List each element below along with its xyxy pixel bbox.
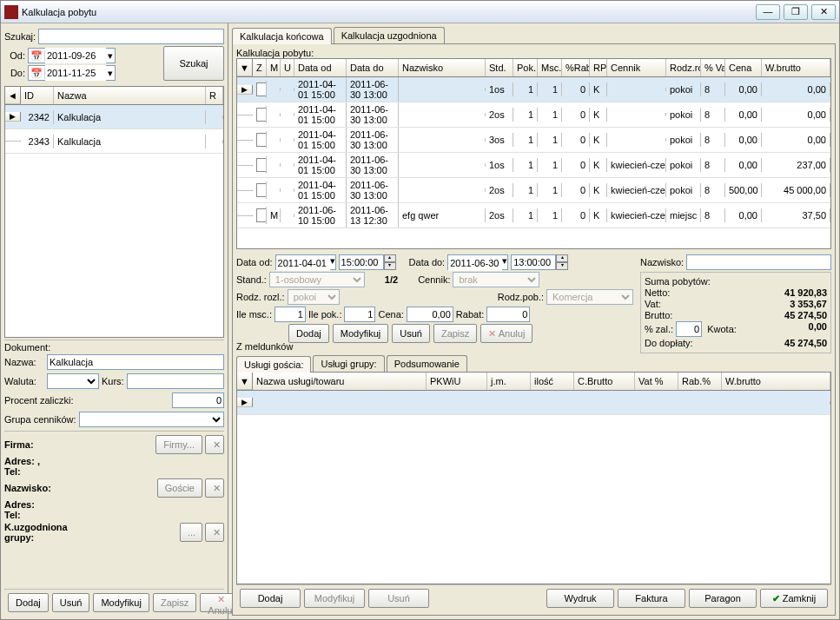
det-modyfikuj-button[interactable]: Modyfikuj [333,324,388,343]
col-z[interactable]: Z [253,59,267,76]
tab-podsumowanie[interactable]: Podsumowanie [387,355,467,372]
svc-col-pkwiu[interactable]: PKWiU [427,373,487,390]
col-pok[interactable]: Pok. [513,59,538,76]
svc-usun-button[interactable]: Usuń [368,589,429,608]
table-row[interactable]: 2342Kalkulacja [5,105,223,129]
procent-input[interactable] [172,392,224,408]
spin-down-button[interactable]: ▾ [384,262,396,270]
chevron-down-icon[interactable]: ▾ [106,68,115,79]
det-ilemsc-input[interactable] [274,307,306,322]
spin-down-button[interactable]: ▾ [556,262,568,270]
svc-col-rab[interactable]: Rab.% [678,373,722,390]
col-cena[interactable]: Cena [725,59,762,76]
det-timedo-input[interactable] [511,254,556,270]
col-m[interactable]: M [267,59,281,76]
search-input[interactable] [38,29,224,44]
close-button[interactable]: ✕ [811,4,836,20]
svc-col-nazwa[interactable]: Nazwa usługi/towaru [253,373,427,390]
det-usun-button[interactable]: Usuń [392,324,430,343]
col-data-od[interactable]: Data od [294,59,347,76]
paragon-button[interactable]: Paragon [689,589,757,608]
zamknij-button[interactable]: ✔Zamknij [760,589,828,608]
col-rodzro[interactable]: Rodz.ro [666,59,701,76]
calendar-icon[interactable]: 📅 [29,50,45,62]
table-row[interactable]: M 2011-06-10 15:00 2011-06-13 12:30 efg … [237,203,830,228]
checkbox[interactable] [256,208,267,222]
left-usun-button[interactable]: Usuń [52,593,90,612]
date-to-input[interactable] [45,65,106,81]
col-va[interactable]: % Va [701,59,725,76]
det-dodaj-button[interactable]: Dodaj [288,324,329,343]
col-data-do[interactable]: Data do [347,59,399,76]
grupa-select[interactable] [79,412,224,427]
kuzg-clear-button[interactable]: ✕ [205,523,224,542]
svc-modyfikuj-button[interactable]: Modyfikuj [304,589,365,608]
det-zapisz-button[interactable]: Zapisz [433,324,477,343]
col-cennik[interactable]: Cennik [607,59,666,76]
tab-uslugi-grupy[interactable]: Usługi grupy: [313,355,384,372]
col-msc[interactable]: Msc. [538,59,562,76]
tab-uslugi-goscia[interactable]: Usługi gościa: [236,356,311,373]
maximize-button[interactable]: ❐ [784,4,808,20]
det-rabat-input[interactable] [486,307,530,322]
table-row[interactable]: 2343Kalkulacja [5,129,223,154]
table-row[interactable]: 2011-04-01 15:00 2011-06-30 13:00 2os 1 … [237,102,830,128]
firma-clear-button[interactable]: ✕ [205,435,224,454]
sum-zal-input[interactable] [676,321,702,337]
table-row[interactable] [237,391,830,415]
waluta-select[interactable] [47,373,99,389]
checkbox[interactable] [256,133,267,147]
dots-button[interactable]: ... [180,523,202,542]
svc-col-jm[interactable]: j.m. [487,373,531,390]
col-wbrutto[interactable]: W.brutto [762,59,830,76]
det-timeod-input[interactable] [339,254,384,270]
nav-prev-button[interactable]: ◄ [5,87,21,104]
col-id[interactable]: ID [21,87,54,104]
col-u[interactable]: U [281,59,294,76]
services-grid[interactable]: ▼ Nazwa usługi/towaru PKWiU j.m. ilość C… [236,372,831,584]
table-row[interactable]: 2011-04-01 15:00 2011-06-30 13:00 2os 1 … [237,178,830,203]
det-nazwisko-input[interactable] [686,254,831,270]
chevron-down-icon[interactable]: ▾ [502,255,507,269]
spin-up-button[interactable]: ▴ [556,254,568,262]
left-dodaj-button[interactable]: Dodaj [8,593,49,612]
det-anuluj-button[interactable]: ✕ Anuluj [480,324,532,343]
col-nazwisko[interactable]: Nazwisko [399,59,486,76]
goscie-button[interactable]: Goście [157,478,202,498]
svc-dodaj-button[interactable]: Dodaj [240,589,301,608]
table-row[interactable]: 2011-04-01 15:00 2011-06-30 13:00 3os 1 … [237,128,830,153]
table-row[interactable]: 2011-04-01 15:00 2011-06-30 13:00 1os 1 … [237,77,830,102]
search-button[interactable]: Szukaj [163,46,224,81]
det-ilepok-input[interactable] [344,307,375,322]
det-dataod-input[interactable] [276,255,330,271]
svc-grid-menu-button[interactable]: ▼ [237,373,253,390]
tab-koncowa[interactable]: Kalkulacja końcowa [232,28,332,44]
det-rodzpob-select[interactable]: Komercja [546,289,633,305]
left-zapisz-button[interactable]: Zapisz [153,593,196,612]
det-datado-input[interactable] [448,255,502,271]
minimize-button[interactable]: — [756,4,780,20]
nazwa-input[interactable] [47,354,224,370]
svc-col-cbrutto[interactable]: C.Brutto [574,373,635,390]
checkbox[interactable] [256,82,267,96]
tab-uzgodniona[interactable]: Kalkulacja uzgodniona [334,27,445,43]
date-from-input[interactable] [45,48,106,63]
det-rodzrozl-select[interactable]: pokoi [288,289,340,305]
spin-up-button[interactable]: ▴ [384,254,396,262]
det-cena-input[interactable] [407,307,453,322]
kurs-input[interactable] [127,373,224,389]
col-std[interactable]: Std. [486,59,513,76]
col-nazwa[interactable]: Nazwa [54,87,206,104]
det-stand-select[interactable]: 1-osobowy [269,272,365,287]
grid-menu-button[interactable]: ▼ [237,59,253,76]
left-modyfikuj-button[interactable]: Modyfikuj [93,593,149,612]
checkbox[interactable] [256,183,267,197]
checkbox[interactable] [256,108,267,122]
main-grid[interactable]: ▼ Z M U Data od Data do Nazwisko Std. Po… [236,58,831,249]
col-r[interactable]: R [206,87,223,104]
firmy-button[interactable]: Firmy... [155,435,202,454]
checkbox[interactable] [256,158,267,172]
col-rp[interactable]: RP [590,59,607,76]
table-row[interactable]: 2011-04-01 15:00 2011-06-30 13:00 1os 1 … [237,153,830,178]
calendar-icon[interactable]: 📅 [29,68,45,79]
